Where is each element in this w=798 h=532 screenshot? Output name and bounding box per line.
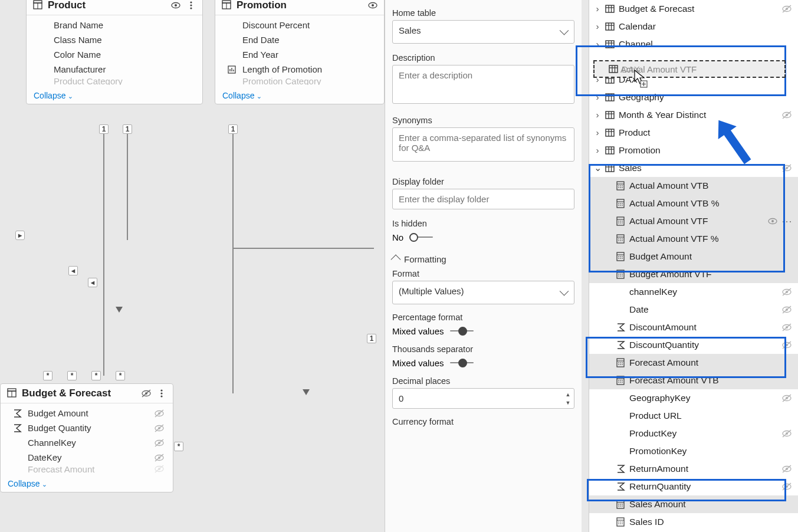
field-node[interactable]: Actual Amount VTF⋯ [589, 212, 798, 230]
rel-line [232, 134, 234, 393]
model-canvas[interactable]: Product Brand NameClass NameColor NameMa… [0, 0, 383, 532]
field-row[interactable]: Budget Quantity [1, 421, 173, 435]
display-folder-label: Display folder [392, 177, 574, 186]
table-node[interactable]: ›Month & Year Distinct [589, 106, 798, 124]
field-node[interactable]: Actual Amount VTB [589, 177, 798, 195]
description-label: Description [392, 53, 574, 63]
table-node[interactable]: ›Calendar [589, 18, 798, 35]
properties-panel: Home table Sales Description Synonyms Di… [385, 0, 582, 532]
table-card-budget[interactable]: Budget & Forecast Budget AmountBudget Qu… [0, 383, 173, 492]
rel-end-many: * [43, 371, 52, 380]
field-row[interactable]: ChannelKey [1, 435, 173, 450]
field-node[interactable]: Budget Amount [589, 248, 798, 265]
field-row[interactable]: Product Category [27, 77, 202, 85]
table-node[interactable]: ›Product [589, 124, 798, 142]
visibility-icon[interactable] [367, 1, 378, 10]
field-node[interactable]: Budget Amount VTF [589, 265, 798, 283]
stepper-up[interactable]: ▲ [564, 390, 572, 399]
table-card-promotion[interactable]: Promotion Discount PercentEnd DateEnd Ye… [215, 0, 385, 104]
thousands-toggle[interactable] [450, 357, 474, 368]
rel-end-many: * [91, 371, 101, 380]
percentage-toggle[interactable] [450, 326, 474, 336]
field-node[interactable]: channelKey [589, 283, 798, 301]
field-row[interactable]: Length of Promotion [215, 62, 384, 77]
field-node[interactable]: Forecast Amount VTB [589, 372, 798, 389]
rel-end-many: * [174, 442, 183, 451]
field-node[interactable]: PromotionKey [589, 442, 798, 460]
table-title: Product [48, 0, 166, 11]
field-node[interactable]: DiscountAmount [589, 318, 798, 336]
format-select[interactable]: (Multiple Values) [392, 281, 574, 304]
field-row[interactable]: Discount Percent [215, 18, 384, 32]
field-row[interactable]: End Year [215, 47, 384, 62]
home-table-select[interactable]: Sales [392, 20, 574, 44]
field-node[interactable]: ReturnQuantity [589, 478, 798, 495]
description-input[interactable] [392, 65, 574, 104]
visibility-icon[interactable] [170, 1, 181, 10]
field-row[interactable]: Brand Name [27, 18, 202, 32]
rel-end-one: 1 [367, 334, 376, 343]
formatting-section-header[interactable]: Formatting [392, 254, 574, 264]
drag-ghost: DAX Actual Amount VTF [593, 60, 786, 78]
format-label: Format [392, 269, 574, 278]
field-row[interactable]: End Date [215, 32, 384, 47]
more-icon[interactable] [156, 389, 167, 398]
collapse-link[interactable]: Collapse ⌃ [1, 475, 173, 492]
display-folder-input[interactable] [392, 189, 574, 209]
field-row[interactable]: Promotion Category [215, 77, 384, 85]
field-row[interactable]: DateKey [1, 450, 173, 465]
expand-handle[interactable]: ◂ [88, 278, 97, 287]
table-node[interactable]: ›Promotion [589, 142, 798, 159]
field-node[interactable]: Actual Amount VTF % [589, 230, 798, 248]
rel-end-many: * [67, 371, 77, 380]
field-row[interactable]: Class Name [27, 32, 202, 47]
is-hidden-toggle[interactable] [409, 232, 433, 242]
field-node[interactable]: GeographyKey [589, 389, 798, 407]
collapse-link[interactable]: Collapse ⌃ [27, 87, 202, 104]
more-icon[interactable] [186, 1, 196, 10]
field-row[interactable]: Forecast Amount [1, 465, 173, 473]
decimal-input[interactable] [392, 388, 574, 409]
field-row[interactable]: Manufacturer [27, 62, 202, 77]
table-node[interactable]: ›Budget & Forecast [589, 0, 798, 18]
is-hidden-value: No [392, 232, 403, 242]
rel-end-one: 1 [228, 124, 238, 134]
rel-end-many: * [116, 371, 125, 380]
percentage-format-label: Percentage format [392, 313, 574, 322]
field-row[interactable]: Color Name [27, 47, 202, 62]
table-icon [6, 388, 17, 399]
decimal-label: Decimal places [392, 376, 574, 386]
field-node[interactable]: ReturnAmount [589, 460, 798, 478]
fields-panel: ›Budget & Forecast›Calendar›Channel›DAX›… [589, 0, 798, 532]
table-node[interactable]: ›Geography [589, 88, 798, 106]
field-node[interactable]: ProductKey [589, 425, 798, 442]
field-row[interactable]: Budget Amount [1, 406, 173, 421]
field-node[interactable]: Sales ID [589, 513, 798, 531]
stepper-down[interactable]: ▼ [564, 399, 572, 407]
synonyms-input[interactable] [392, 127, 574, 162]
rel-line [232, 248, 374, 249]
expand-handle[interactable]: ▸ [15, 231, 25, 240]
collapse-link[interactable]: Collapse ⌃ [215, 87, 384, 104]
hidden-icon[interactable] [141, 389, 152, 398]
field-node[interactable]: Actual Amount VTB % [589, 195, 798, 212]
field-node[interactable]: Forecast Amount [589, 354, 798, 372]
rel-line [103, 134, 104, 376]
table-node[interactable]: ⌄Sales [589, 159, 798, 177]
pct-value: Mixed values [392, 326, 444, 336]
expand-handle[interactable]: ◂ [68, 266, 78, 275]
chevron-up-icon [391, 254, 401, 264]
is-hidden-label: Is hidden [392, 219, 574, 228]
rel-end-one: 1 [99, 124, 109, 134]
table-node[interactable]: ›Channel [589, 35, 798, 53]
rel-arrow-icon [303, 389, 310, 395]
field-node[interactable]: Product URL [589, 407, 798, 425]
field-node[interactable]: Sales Amount [589, 495, 798, 513]
currency-label: Currency format [392, 417, 574, 426]
field-node[interactable]: Date [589, 301, 798, 318]
field-node[interactable]: DiscountQuantity [589, 336, 798, 354]
rel-end-one: 1 [123, 124, 132, 134]
rel-line [127, 134, 128, 240]
synonyms-label: Synonyms [392, 116, 574, 125]
table-card-product[interactable]: Product Brand NameClass NameColor NameMa… [26, 0, 203, 104]
